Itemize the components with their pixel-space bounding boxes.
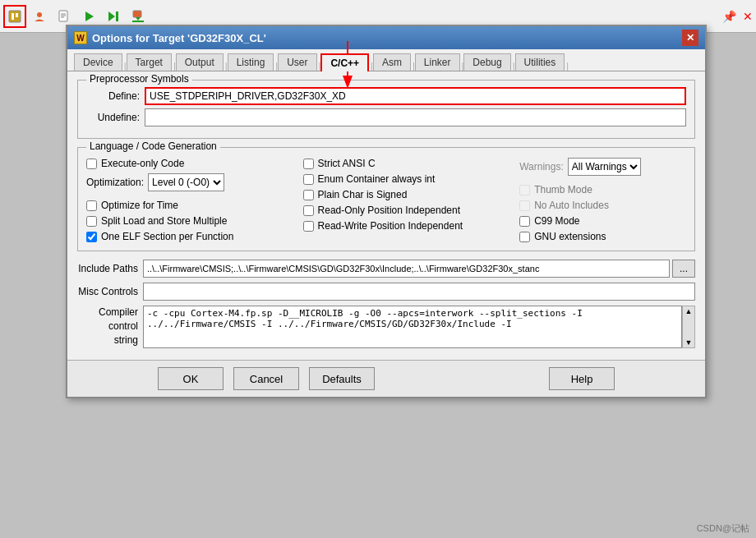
include-paths-button[interactable]: ... [672, 260, 695, 278]
compiler-control-label: Compiler control string [77, 306, 143, 347]
optimization-row: Optimization: Level 0 (-O0) [86, 173, 295, 191]
dialog-body: Preprocessor Symbols Define: Undefine: L… [67, 71, 705, 360]
scroll-down-arrow[interactable]: ▼ [683, 338, 694, 347]
strict-ansi-checkbox[interactable] [303, 159, 314, 169]
help-button[interactable]: Help [549, 367, 615, 390]
warnings-select[interactable]: All Warnings [568, 158, 641, 176]
defaults-button[interactable]: Defaults [309, 367, 375, 390]
optimization-label: Optimization: [86, 177, 144, 188]
one-elf-row: One ELF Section per Function [86, 231, 295, 242]
c99-mode-row: C99 Mode [519, 215, 686, 227]
pin-close[interactable]: ✕ [743, 10, 753, 23]
close-button[interactable]: ✕ [682, 30, 698, 46]
thumb-mode-checkbox [519, 185, 530, 195]
scroll-up-arrow[interactable]: ▲ [683, 306, 694, 316]
pin-icon[interactable]: 📌 [719, 8, 740, 25]
enum-container-checkbox[interactable] [303, 174, 314, 185]
optimize-time-label: Optimize for Time [101, 200, 178, 211]
compiler-scrollbar: ▲ ▼ [682, 306, 695, 348]
svg-point-3 [37, 12, 42, 17]
compiler-control-textarea[interactable]: -c -cpu Cortex-M4.fp.sp -D__MICROLIB -g … [143, 306, 682, 348]
dialog-footer: OK Cancel Defaults Help [67, 360, 705, 397]
readwrite-pos-checkbox[interactable] [303, 221, 314, 232]
language-title: Language / Code Generation [86, 140, 220, 152]
svg-rect-13 [132, 21, 144, 22]
strict-ansi-row: Strict ANSI C [303, 158, 512, 169]
readonly-pos-row: Read-Only Position Independent [303, 205, 512, 216]
optimize-time-row: Optimize for Time [86, 200, 295, 211]
preprocessor-title: Preprocessor Symbols [86, 73, 192, 85]
strict-ansi-label: Strict ANSI C [318, 158, 376, 169]
tab-device[interactable]: Device [74, 53, 122, 71]
dialog-icon: W [74, 31, 87, 44]
undef-row: Undefine: [86, 108, 686, 126]
tab-output[interactable]: Output [176, 53, 224, 71]
thumb-mode-label: Thumb Mode [534, 184, 592, 195]
svg-marker-8 [85, 11, 94, 21]
split-load-checkbox[interactable] [86, 216, 97, 227]
tab-user[interactable]: User [278, 53, 316, 71]
tab-debug[interactable]: Debug [463, 53, 510, 71]
split-load-row: Split Load and Store Multiple [86, 215, 295, 227]
warnings-label: Warnings: [519, 161, 564, 172]
undef-input[interactable] [145, 108, 686, 126]
svg-rect-2 [16, 13, 18, 17]
optimize-time-checkbox[interactable] [86, 200, 97, 211]
user-button[interactable] [28, 5, 51, 28]
readwrite-pos-label: Read-Write Position Independent [318, 220, 463, 232]
c99-mode-checkbox[interactable] [519, 216, 530, 227]
warnings-row: Warnings: All Warnings [519, 158, 686, 176]
tabs-bar: Device | Target | Output | Listing | Use… [67, 49, 705, 71]
misc-controls-input[interactable] [143, 283, 695, 301]
compiler-control-row: Compiler control string -c -cpu Cortex-M… [77, 306, 695, 348]
tab-target[interactable]: Target [127, 53, 172, 71]
dialog-title: Options for Target 'GD32F30X_CL' [92, 32, 266, 44]
plain-char-row: Plain Char is Signed [303, 189, 512, 200]
tab-linker[interactable]: Linker [415, 53, 460, 71]
define-label: Define: [86, 90, 140, 102]
language-group: Language / Code Generation Execute-only … [77, 147, 695, 251]
misc-controls-row: Misc Controls [77, 283, 695, 301]
tab-listing[interactable]: Listing [228, 53, 274, 71]
gnu-ext-label: GNU extensions [534, 231, 606, 242]
enum-container-row: Enum Container always int [303, 173, 512, 185]
gnu-ext-checkbox[interactable] [519, 232, 530, 242]
svg-rect-0 [9, 11, 21, 22]
readonly-pos-label: Read-Only Position Independent [318, 205, 460, 216]
readonly-pos-checkbox[interactable] [303, 205, 314, 216]
settings-button[interactable] [3, 5, 26, 28]
svg-marker-12 [136, 17, 141, 21]
tab-asm[interactable]: Asm [373, 53, 411, 71]
undef-label: Undefine: [86, 112, 140, 123]
c99-mode-label: C99 Mode [534, 215, 579, 227]
include-paths-label: Include Paths [77, 262, 143, 276]
optimization-select[interactable]: Level 0 (-O0) [148, 173, 224, 191]
enum-container-label: Enum Container always int [318, 173, 436, 185]
plain-char-label: Plain Char is Signed [318, 189, 408, 200]
define-input[interactable] [145, 87, 686, 105]
execute-only-checkbox[interactable] [86, 159, 97, 169]
execute-only-row: Execute-only Code [86, 158, 295, 169]
svg-rect-1 [12, 13, 14, 20]
readwrite-pos-row: Read-Write Position Independent [303, 220, 512, 232]
gnu-ext-row: GNU extensions [519, 231, 686, 242]
preprocessor-group: Preprocessor Symbols Define: Undefine: [77, 80, 695, 139]
tab-utilities[interactable]: Utilities [515, 53, 565, 71]
execute-only-label: Execute-only Code [101, 158, 184, 169]
split-load-label: Split Load and Store Multiple [101, 215, 227, 227]
include-paths-input[interactable] [143, 260, 670, 278]
svg-rect-10 [116, 11, 118, 21]
misc-controls-label: Misc Controls [77, 285, 143, 299]
plain-char-checkbox[interactable] [303, 190, 314, 200]
ok-button[interactable]: OK [158, 367, 224, 390]
thumb-mode-row: Thumb Mode [519, 184, 686, 195]
one-elf-checkbox[interactable] [86, 232, 97, 242]
no-auto-label: No Auto Includes [534, 200, 609, 211]
no-auto-checkbox [519, 200, 530, 211]
dialog-titlebar: W Options for Target 'GD32F30X_CL' ✕ [67, 26, 705, 49]
svg-rect-11 [133, 11, 141, 17]
tab-cpp[interactable]: C/C++ [320, 53, 369, 71]
cancel-button[interactable]: Cancel [233, 367, 299, 390]
no-auto-row: No Auto Includes [519, 200, 686, 211]
compiler-control-wrap: -c -cpu Cortex-M4.fp.sp -D__MICROLIB -g … [143, 306, 695, 348]
